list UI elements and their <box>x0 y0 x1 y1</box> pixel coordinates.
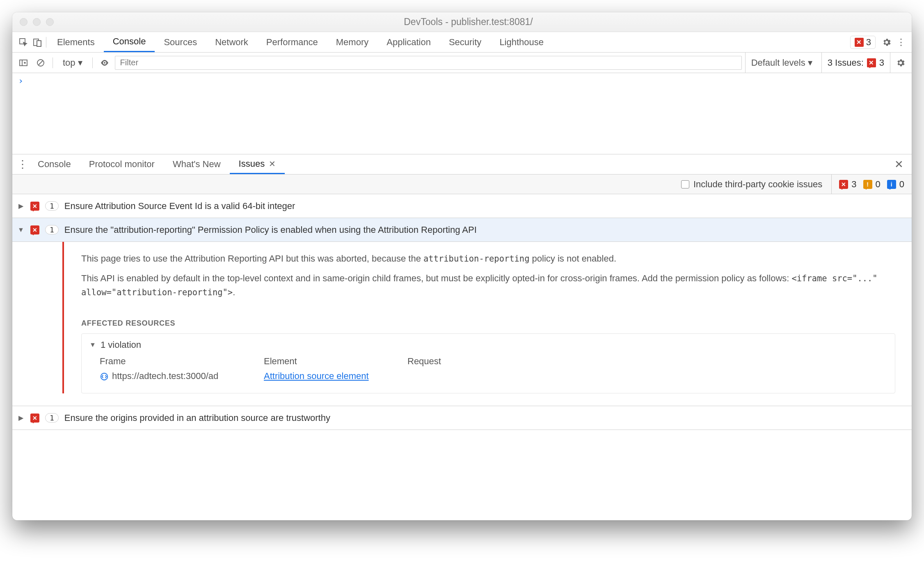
issues-empty-area <box>12 430 912 520</box>
issue-title: Ensure the "attribution-reporting" Permi… <box>64 225 477 235</box>
third-party-cookie-checkbox[interactable]: Include third-party cookie issues <box>681 179 822 190</box>
improvement-counter[interactable]: ! 0 <box>863 179 881 190</box>
tab-label: Protocol monitor <box>89 159 155 170</box>
tab-elements[interactable]: Elements <box>48 32 104 52</box>
log-levels-selector[interactable]: Default levels ▾ <box>745 53 818 73</box>
issue-title: Ensure the origins provided in an attrib… <box>64 413 330 423</box>
tab-label: Lighthouse <box>499 37 544 48</box>
frame-cell[interactable]: https://adtech.test:3000/ad <box>100 371 264 381</box>
text: This page tries to use the Attribution R… <box>81 253 423 264</box>
error-count: 3 <box>866 37 871 48</box>
tab-performance[interactable]: Performance <box>257 32 327 52</box>
chevron-down-icon: ▾ <box>808 57 812 68</box>
separator <box>46 37 46 48</box>
drawer-tabs: ⋮ Console Protocol monitor What's New Is… <box>12 154 912 175</box>
issue-count-pill: 1 <box>45 413 59 423</box>
column-header-element: Element <box>264 356 407 367</box>
titlebar: DevTools - publisher.test:8081/ <box>12 12 912 32</box>
traffic-lights <box>20 18 54 26</box>
info-counter[interactable]: i 0 <box>887 179 904 190</box>
affected-resources-heading: AFFECTED RESOURCES <box>62 299 912 328</box>
tab-memory[interactable]: Memory <box>327 32 377 52</box>
breaking-change-icon: ✕ <box>30 414 39 423</box>
tab-label: Memory <box>336 37 368 48</box>
minimize-window-button[interactable] <box>33 18 41 26</box>
levels-label: Default levels <box>751 57 805 68</box>
issue-row[interactable]: ▼ ✕ 1 Ensure the "attribution-reporting"… <box>12 218 912 242</box>
svg-rect-4 <box>20 60 27 66</box>
window-title: DevTools - publisher.test:8081/ <box>54 16 883 28</box>
drawer-more-icon[interactable]: ⋮ <box>16 158 29 171</box>
drawer-tab-protocol-monitor[interactable]: Protocol monitor <box>80 154 164 174</box>
separator <box>53 57 53 68</box>
close-drawer-icon[interactable]: ✕ <box>890 158 908 171</box>
chevron-down-icon: ▾ <box>78 57 82 68</box>
issues-label: 3 Issues: <box>828 57 864 68</box>
issue-row[interactable]: ▶ ✕ 1 Ensure Attribution Source Event Id… <box>12 194 912 218</box>
console-empty-area <box>12 88 912 154</box>
svg-rect-2 <box>37 41 41 46</box>
settings-gear-icon[interactable] <box>880 35 894 49</box>
more-menu-icon[interactable]: ⋮ <box>894 35 908 49</box>
tab-label: Performance <box>266 37 318 48</box>
tab-label: What's New <box>173 159 221 170</box>
info-icon: i <box>887 180 896 189</box>
collapse-triangle-icon: ▼ <box>89 341 96 349</box>
violations-toggle[interactable]: ▼ 1 violation <box>89 340 887 350</box>
tab-lighthouse[interactable]: Lighthouse <box>490 32 553 52</box>
live-expression-icon[interactable] <box>98 56 112 70</box>
column-header-frame: Frame <box>100 356 264 367</box>
issues-counter[interactable]: 3 Issues: ✕ 3 <box>821 53 890 73</box>
drawer-tab-whats-new[interactable]: What's New <box>164 154 230 174</box>
tab-application[interactable]: Application <box>377 32 440 52</box>
expand-triangle-icon: ▶ <box>17 202 25 210</box>
breaking-change-icon: ✕ <box>30 225 39 234</box>
issue-description-1: This page tries to use the Attribution R… <box>62 246 912 266</box>
tab-sources[interactable]: Sources <box>155 32 206 52</box>
context-selector[interactable]: top ▾ <box>58 57 87 68</box>
collapse-triangle-icon: ▼ <box>17 226 25 234</box>
drawer-tab-console[interactable]: Console <box>29 154 80 174</box>
console-sidebar-toggle-icon[interactable] <box>16 56 30 70</box>
drawer-tab-issues[interactable]: Issues ✕ <box>230 154 285 174</box>
frame-url: https://adtech.test:3000/ad <box>112 371 218 381</box>
error-x-icon: ✕ <box>855 38 864 47</box>
device-toolbar-icon[interactable] <box>30 35 44 49</box>
tab-security[interactable]: Security <box>440 32 490 52</box>
console-prompt[interactable]: › <box>12 73 912 88</box>
issue-kind-counters: ✕ 3 ! 0 i 0 <box>831 175 904 194</box>
close-window-button[interactable] <box>20 18 27 26</box>
zoom-window-button[interactable] <box>46 18 54 26</box>
issue-title: Ensure Attribution Source Event Id is a … <box>64 201 295 211</box>
clear-console-icon[interactable] <box>34 56 48 70</box>
issue-description-2: This API is enabled by default in the to… <box>62 266 912 299</box>
close-tab-icon[interactable]: ✕ <box>269 159 276 169</box>
element-link[interactable]: Attribution source element <box>264 371 407 381</box>
frame-icon <box>100 372 109 381</box>
violations-table: Frame Element Request https://adtech.tes… <box>89 350 887 381</box>
text: policy is not enabled. <box>529 253 616 264</box>
inspect-element-icon[interactable] <box>16 35 30 49</box>
breaking-change-icon: ✕ <box>839 180 848 189</box>
text: This API is enabled by default in the to… <box>81 273 792 283</box>
svg-point-6 <box>104 62 105 64</box>
checkbox-label: Include third-party cookie issues <box>693 179 822 190</box>
console-settings-gear-icon[interactable] <box>894 56 908 70</box>
tab-network[interactable]: Network <box>206 32 257 52</box>
error-count-pill[interactable]: ✕ 3 <box>850 36 876 49</box>
issue-row[interactable]: ▶ ✕ 1 Ensure the origins provided in an … <box>12 406 912 430</box>
request-cell <box>407 371 551 381</box>
expand-triangle-icon: ▶ <box>17 414 25 422</box>
tab-console[interactable]: Console <box>104 32 155 52</box>
code: attribution-reporting <box>423 254 529 264</box>
tab-label: Console <box>38 159 71 170</box>
tab-label: Console <box>113 36 146 47</box>
violations-label: 1 violation <box>101 340 141 350</box>
issue-count-pill: 1 <box>45 201 59 211</box>
tab-label: Network <box>215 37 248 48</box>
breaking-counter[interactable]: ✕ 3 <box>839 179 856 190</box>
separator <box>92 57 93 68</box>
count: 3 <box>851 179 856 190</box>
filter-input[interactable] <box>115 56 742 70</box>
column-header-request: Request <box>407 356 551 367</box>
